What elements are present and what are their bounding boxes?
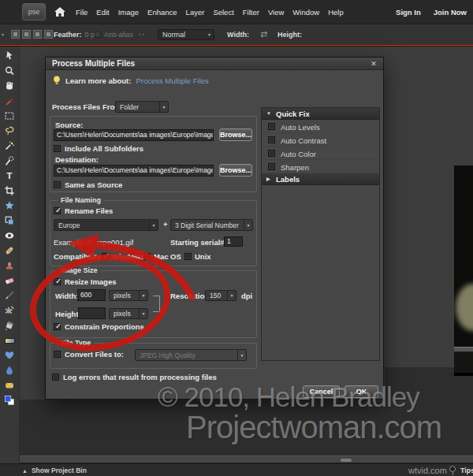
menu-select[interactable]: Select: [213, 8, 233, 17]
tool-crop[interactable]: [2, 184, 17, 197]
chevron-down-icon: ▼: [139, 309, 147, 318]
add-selection-icon[interactable]: [22, 30, 31, 39]
project-bin-divider[interactable]: [20, 456, 473, 463]
menu-edit[interactable]: Edit: [96, 8, 109, 17]
sign-in-link[interactable]: Sign In: [396, 8, 421, 17]
wtvid-logo-icon: [449, 466, 456, 472]
process-multiple-files-dialog: Process Multiple Files ✕ Learn more abou…: [45, 57, 384, 400]
menu-view[interactable]: View: [268, 8, 284, 17]
starting-serial-label: Starting serial#:: [170, 238, 227, 247]
tool-move[interactable]: [2, 50, 17, 62]
menu-help[interactable]: Help: [328, 8, 344, 17]
chevron-down-icon: ▼: [207, 32, 211, 37]
resize-width-field[interactable]: 600: [77, 289, 106, 301]
close-icon[interactable]: ✕: [369, 59, 378, 69]
compatibility-windows-checkbox[interactable]: ✓: [102, 253, 109, 260]
join-now-link[interactable]: Join Now: [434, 8, 467, 17]
tool-cookie-cutter[interactable]: [2, 199, 17, 212]
cancel-button[interactable]: Cancel: [303, 385, 340, 398]
menu-filter[interactable]: Filter: [243, 8, 259, 17]
source-browse-button[interactable]: Browse...: [219, 128, 252, 141]
show-project-bin-toggle[interactable]: ▲ Show Project Bin: [22, 467, 87, 474]
tool-clone-stamp[interactable]: [2, 259, 17, 272]
tool-red-eye-removal[interactable]: [2, 229, 17, 242]
chevron-down-icon: ▼: [244, 220, 252, 230]
document-name-combo[interactable]: Europe ▼: [54, 219, 158, 231]
tips-label[interactable]: Tips: [460, 467, 473, 474]
document-name-value: Europe: [58, 221, 80, 229]
resize-height-field[interactable]: [78, 307, 106, 319]
tool-paint-bucket[interactable]: [2, 319, 17, 332]
menu-image[interactable]: Image: [118, 8, 139, 17]
labels-header[interactable]: ▶ Labels: [262, 173, 379, 185]
process-from-dropdown[interactable]: Folder ▼: [115, 101, 169, 113]
subtract-selection-icon[interactable]: [33, 30, 42, 39]
same-as-source-checkbox[interactable]: [54, 181, 61, 188]
compatibility-unix-checkbox[interactable]: [184, 253, 192, 260]
resize-images-label: Resize Images: [65, 277, 116, 286]
auto-contrast-checkbox[interactable]: [268, 136, 275, 143]
tool-hand[interactable]: [2, 80, 17, 92]
log-errors-checkbox[interactable]: [52, 374, 59, 381]
quick-fix-header[interactable]: ▼ Quick Fix: [262, 108, 379, 120]
tool-preset-arrow-icon[interactable]: ▾: [2, 32, 4, 37]
tool-quick-selection[interactable]: [2, 154, 17, 167]
tool-lasso[interactable]: [2, 125, 17, 137]
convert-files-checkbox[interactable]: [54, 351, 61, 358]
tool-blur[interactable]: [2, 364, 17, 377]
auto-levels-checkbox[interactable]: [268, 123, 275, 130]
compatibility-mac-checkbox[interactable]: [143, 253, 151, 260]
swap-dimensions-icon[interactable]: ⇄: [260, 29, 267, 39]
starting-serial-field[interactable]: 1: [224, 236, 243, 247]
serial-number-dropdown[interactable]: 3 Digit Serial Number ▼: [170, 219, 253, 231]
source-path-field[interactable]: C:\Users\Helen\Documents\aa images\Europ…: [54, 129, 214, 141]
gradient-icon: [5, 338, 15, 344]
learn-more-label: Learn more about:: [65, 76, 131, 85]
tool-smart-brush[interactable]: [2, 304, 17, 317]
tool-rectangular-marquee[interactable]: [2, 110, 17, 122]
divider-handle[interactable]: [341, 459, 352, 462]
rename-files-checkbox[interactable]: ✓: [54, 207, 61, 214]
menu-enhance[interactable]: Enhance: [147, 8, 177, 17]
tool-zoom[interactable]: [2, 65, 17, 77]
learn-more-link[interactable]: Process Multiple Files: [136, 76, 208, 85]
chevron-down-icon: ▼: [159, 102, 168, 112]
intersect-selection-icon[interactable]: [44, 30, 53, 39]
include-subfolders-checkbox[interactable]: [54, 145, 61, 152]
sharpen-checkbox[interactable]: [268, 163, 275, 170]
tool-sponge[interactable]: [2, 379, 17, 392]
auto-color-checkbox[interactable]: [268, 150, 275, 157]
tool-shape[interactable]: [2, 349, 17, 362]
file-naming-legend: File Naming: [58, 196, 104, 204]
height-unit-dropdown[interactable]: pixels ▼: [109, 308, 148, 319]
tool-gradient[interactable]: [2, 334, 17, 347]
resolution-value: 150: [210, 292, 221, 299]
pse-logo[interactable]: pse: [22, 3, 46, 20]
home-icon[interactable]: [54, 6, 66, 18]
tool-magic-wand[interactable]: [2, 139, 17, 152]
menu-window[interactable]: Window: [292, 8, 319, 17]
width-option-label: Width:: [227, 31, 249, 39]
destination-browse-button[interactable]: Browse...: [219, 164, 252, 177]
anti-alias-checkbox[interactable]: [95, 32, 101, 38]
tool-eyedropper[interactable]: [2, 95, 17, 107]
tool-brush[interactable]: [2, 289, 17, 302]
menu-layer[interactable]: Layer: [186, 8, 205, 17]
tool-eraser[interactable]: [2, 274, 17, 287]
ok-button[interactable]: OK: [345, 385, 378, 398]
tool-recompose[interactable]: [2, 214, 17, 227]
menu-file[interactable]: File: [76, 8, 88, 17]
accent-divider: [0, 44, 473, 46]
convert-format-dropdown[interactable]: JPEG High Quality ▼: [135, 349, 247, 361]
tool-type[interactable]: T: [2, 169, 17, 182]
blend-mode-dropdown[interactable]: Normal ▼: [158, 29, 214, 40]
tool-spot-healing-brush[interactable]: [2, 244, 17, 257]
new-selection-icon[interactable]: [11, 30, 20, 39]
destination-path-field[interactable]: C:\Users\Helen\Documents\aa images\Europ…: [54, 165, 214, 177]
resize-images-checkbox[interactable]: ✓: [54, 278, 61, 285]
convert-files-label: Convert Files to:: [65, 350, 124, 359]
width-unit-dropdown[interactable]: pixels ▼: [109, 290, 148, 301]
constrain-proportions-checkbox[interactable]: ✓: [54, 323, 61, 330]
resolution-dropdown[interactable]: 150 ▼: [205, 290, 236, 301]
foreground-background-swatches[interactable]: [2, 394, 17, 407]
